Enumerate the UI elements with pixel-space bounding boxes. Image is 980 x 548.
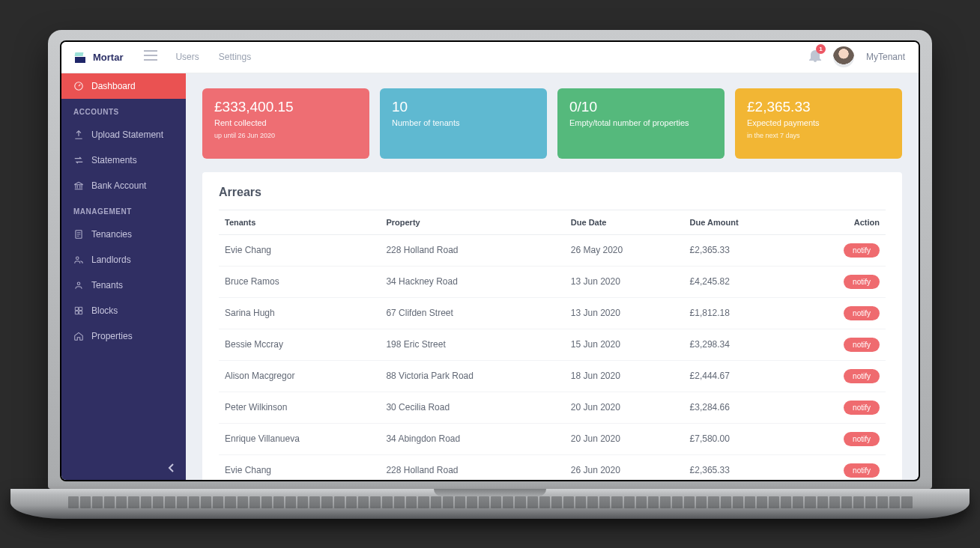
sidebar: Dashboard ACCOUNTS Upload Statement Stat… — [61, 73, 186, 480]
cell-due-amount: £7,580.00 — [684, 423, 797, 454]
sidebar-item-label: Tenants — [91, 280, 123, 290]
cell-tenant: Enrique Villanueva — [219, 423, 380, 454]
sidebar-item-landlords[interactable]: Landlords — [61, 247, 186, 273]
cell-due-date: 26 Jun 2020 — [565, 454, 684, 480]
main-content: £333,400.15 Rent collected up until 26 J… — [186, 73, 919, 480]
notify-button[interactable]: notify — [844, 338, 880, 352]
transfer-icon — [73, 155, 84, 165]
card-rent-collected[interactable]: £333,400.15 Rent collected up until 26 J… — [202, 88, 369, 159]
cell-due-date: 20 Jun 2020 — [565, 423, 684, 454]
col-due-amount[interactable]: Due Amount — [684, 210, 797, 234]
table-row: Sarina Hugh67 Clifden Street13 Jun 2020£… — [219, 297, 886, 329]
arrears-table: Tenants Property Due Date Due Amount Act… — [219, 210, 886, 480]
cell-tenant: Peter Wilkinson — [219, 392, 380, 423]
sidebar-item-tenancies[interactable]: Tenancies — [61, 222, 186, 247]
notify-button[interactable]: notify — [844, 243, 880, 258]
notify-button[interactable]: notify — [844, 369, 880, 383]
sidebar-item-upload-statement[interactable]: Upload Statement — [61, 122, 186, 147]
sidebar-header-management: MANAGEMENT — [61, 198, 186, 222]
sidebar-item-statements[interactable]: Statements — [61, 147, 186, 173]
notify-button[interactable]: notify — [844, 275, 880, 289]
cell-tenant: Bessie Mccray — [219, 329, 380, 360]
brand-logo[interactable]: Mortar — [75, 51, 123, 63]
notify-button[interactable]: notify — [844, 306, 880, 320]
cell-tenant: Bruce Ramos — [219, 266, 380, 297]
sidebar-item-label: Bank Account — [91, 180, 146, 191]
notify-button[interactable]: notify — [844, 463, 880, 478]
sidebar-item-tenants[interactable]: Tenants — [61, 273, 186, 298]
cell-due-date: 13 Jun 2020 — [565, 266, 684, 297]
table-row: Evie Chang228 Holland Road26 Jun 2020£2,… — [219, 454, 886, 480]
cell-due-amount: £1,812.18 — [684, 297, 797, 329]
cell-due-amount: £4,245.82 — [684, 266, 797, 297]
chevron-left-icon — [168, 463, 174, 472]
summary-cards: £333,400.15 Rent collected up until 26 J… — [202, 88, 902, 159]
sidebar-item-label: Dashboard — [91, 81, 136, 91]
card-value: £333,400.15 — [214, 99, 357, 115]
cell-property: 198 Eric Street — [380, 329, 564, 360]
cell-due-date: 13 Jun 2020 — [565, 297, 684, 329]
upload-icon — [73, 130, 84, 140]
card-tenant-count[interactable]: 10 Number of tenants — [380, 88, 547, 159]
table-row: Alison Macgregor88 Victoria Park Road18 … — [219, 360, 886, 392]
hamburger-icon[interactable] — [144, 50, 157, 64]
cell-tenant: Evie Chang — [219, 454, 380, 480]
notify-button[interactable]: notify — [844, 401, 880, 415]
home-icon — [73, 331, 84, 341]
table-row: Enrique Villanueva34 Abingdon Road20 Jun… — [219, 423, 886, 454]
top-nav: Users Settings — [175, 52, 251, 62]
cell-tenant: Sarina Hugh — [219, 297, 380, 329]
cell-tenant: Alison Macgregor — [219, 360, 380, 392]
col-due-date[interactable]: Due Date — [565, 210, 684, 234]
card-label: Number of tenants — [392, 118, 535, 127]
cell-property: 67 Clifden Street — [380, 297, 564, 329]
notify-button[interactable]: notify — [844, 432, 880, 446]
card-value: £2,365.33 — [747, 99, 890, 115]
cell-property: 34 Abingdon Road — [380, 423, 564, 454]
table-row: Peter Wilkinson30 Cecilia Road20 Jun 202… — [219, 392, 886, 423]
topbar: Mortar Users Settings 1 — [61, 42, 919, 73]
card-label: Empty/total number of properties — [569, 118, 713, 127]
card-note: in the next 7 days — [747, 132, 890, 139]
sidebar-item-properties[interactable]: Properties — [61, 323, 186, 349]
table-row: Bessie Mccray198 Eric Street15 Jun 2020£… — [219, 329, 886, 360]
col-tenants[interactable]: Tenants — [219, 210, 380, 234]
col-property[interactable]: Property — [380, 210, 564, 234]
sidebar-item-label: Properties — [91, 331, 133, 341]
sidebar-item-bank-account[interactable]: Bank Account — [61, 173, 186, 198]
brand-text: Mortar — [93, 52, 123, 63]
nav-users[interactable]: Users — [175, 52, 199, 62]
nav-settings[interactable]: Settings — [219, 52, 251, 62]
current-user-name: MyTenant — [866, 52, 905, 62]
notifications-count: 1 — [816, 44, 826, 54]
svg-point-2 — [76, 256, 79, 259]
card-expected-payments[interactable]: £2,365.33 Expected payments in the next … — [735, 88, 902, 159]
cell-tenant: Evie Chang — [219, 234, 380, 266]
cell-due-date: 15 Jun 2020 — [565, 329, 684, 360]
panel-title: Arrears — [219, 186, 886, 199]
grid-icon — [73, 305, 84, 316]
card-note: up until 26 Jun 2020 — [214, 132, 357, 139]
cell-due-date: 20 Jun 2020 — [565, 392, 684, 423]
cell-due-amount: £3,284.66 — [684, 392, 797, 423]
cell-property: 88 Victoria Park Road — [380, 360, 564, 392]
col-action: Action — [796, 210, 886, 234]
notifications-button[interactable]: 1 — [809, 49, 821, 65]
document-icon — [73, 229, 84, 240]
avatar[interactable] — [833, 46, 854, 67]
card-value: 10 — [392, 99, 535, 115]
card-empty-properties[interactable]: 0/10 Empty/total number of properties — [557, 88, 725, 159]
table-row: Bruce Ramos34 Hackney Road13 Jun 2020£4,… — [219, 266, 886, 297]
cell-property: 228 Holland Road — [380, 234, 564, 266]
svg-point-3 — [77, 281, 80, 284]
sidebar-header-accounts: ACCOUNTS — [61, 99, 186, 122]
cell-due-amount: £3,298.34 — [684, 329, 797, 360]
table-row: Evie Chang228 Holland Road26 May 2020£2,… — [219, 234, 886, 266]
sidebar-item-dashboard[interactable]: Dashboard — [61, 73, 186, 99]
cell-due-amount: £2,365.33 — [684, 234, 797, 266]
cell-due-date: 18 Jun 2020 — [565, 360, 684, 392]
sidebar-item-label: Tenancies — [91, 229, 132, 240]
user-group-icon — [73, 280, 84, 290]
sidebar-item-blocks[interactable]: Blocks — [61, 298, 186, 323]
sidebar-collapse-button[interactable] — [61, 456, 186, 480]
